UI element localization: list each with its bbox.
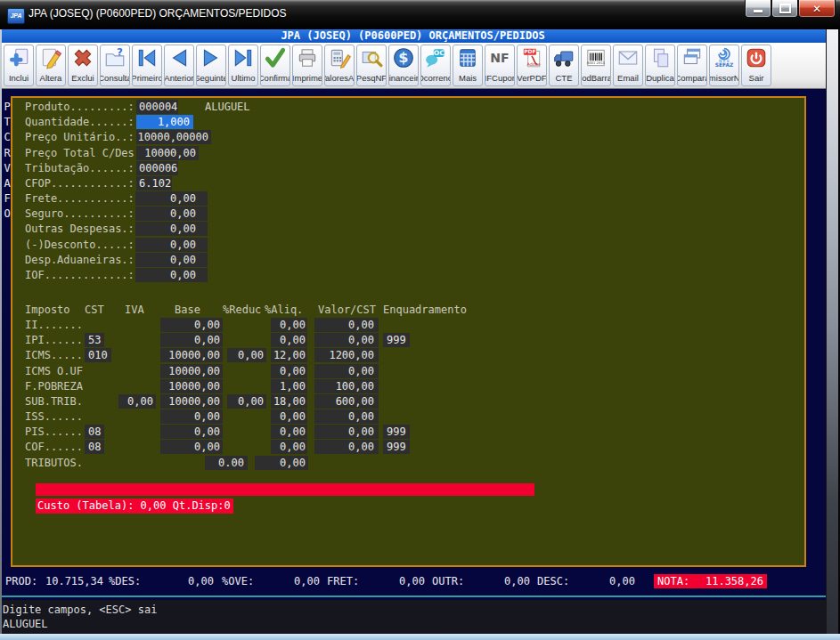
ipi-aliq-field[interactable]: 0,00: [271, 333, 307, 347]
sub-trib-valor-field[interactable]: 600,00: [314, 394, 379, 409]
icms-aliq-field[interactable]: 12,00: [271, 348, 307, 362]
ii-aliq-field[interactable]: 0,00: [271, 318, 307, 332]
pis-base-field[interactable]: 0,00: [160, 425, 223, 439]
svg-text:8001 2811: 8001 2811: [587, 61, 606, 65]
f-pobreza-row-label: F.POBREZA: [25, 379, 83, 393]
toolbar-button-label: Altera: [40, 73, 62, 85]
toolbar-button-compara[interactable]: Compara: [677, 45, 707, 86]
alert-bar: [36, 483, 534, 496]
side-letter-a: A: [3, 176, 12, 190]
tributos-row-label: TRIBUTOS.: [25, 456, 83, 470]
iss-aliq-field[interactable]: 0,00: [271, 409, 307, 424]
ipi-valor-field[interactable]: 0,00: [314, 333, 379, 347]
toolbar-button-consulta[interactable]: ?Consulta: [100, 45, 130, 86]
cof-valor-field[interactable]: 0,00: [314, 440, 379, 454]
pis-enq-field[interactable]: 999: [383, 425, 410, 439]
status-outr--value: 0,00: [504, 574, 530, 588]
toolbar-button-label: Sair: [749, 73, 764, 85]
desp-aduaneiras-field[interactable]: 0,00: [135, 253, 208, 267]
ipi-base-field[interactable]: 0,00: [160, 333, 223, 347]
toolbar-button-mais[interactable]: Mais: [453, 45, 483, 86]
sub-trib-reduc-field[interactable]: 0,00: [227, 394, 266, 409]
toolbar-button-valoresad[interactable]: ValoresAd: [324, 45, 355, 86]
icms-reduc-field[interactable]: 0,00: [227, 348, 266, 362]
quantidade-field[interactable]: 1,000: [136, 115, 193, 129]
f-pobreza-aliq-field[interactable]: 1,00: [271, 379, 307, 393]
seguro-field[interactable]: 0,00: [135, 207, 208, 221]
status--ove--label: %OVE:: [222, 574, 254, 588]
icms-base-field[interactable]: 10000,00: [160, 348, 223, 362]
toolbar-button-pesqnf[interactable]: PesqNF: [356, 45, 387, 86]
toolbar-button-nfcupom[interactable]: NFNFCupom: [485, 45, 515, 86]
pis-aliq-field[interactable]: 0,00: [271, 425, 307, 439]
pis-row-label: PIS......: [25, 425, 83, 439]
sub-trib-iva-field[interactable]: 0,00: [118, 394, 156, 409]
pis-valor-field[interactable]: 0,00: [314, 425, 379, 439]
tributacao-field[interactable]: 000006: [136, 161, 178, 175]
preco-unitario-field[interactable]: 10000,00000: [136, 130, 211, 144]
ii-row-label: II.......: [25, 318, 83, 332]
icms-ouf-base-field[interactable]: 10000,00: [160, 364, 223, 378]
toolbar-button-confirma[interactable]: Confirma: [260, 45, 290, 86]
toolbar-button-altera[interactable]: Altera: [36, 45, 66, 86]
toolbar-button-verpdf[interactable]: PDFAdobeVerPDF: [517, 45, 547, 86]
cfop-field[interactable]: 6.102: [136, 176, 172, 190]
toolbar-button-ocorrenci[interactable]: OCOcorrenci: [420, 45, 451, 86]
ipi-enq-field[interactable]: 999: [383, 333, 410, 347]
toolbar-button-sair[interactable]: Sair: [741, 45, 771, 86]
maximize-button[interactable]: [771, 0, 798, 18]
icms-valor-field[interactable]: 1200,00: [314, 348, 379, 362]
ii-base-field[interactable]: 0,00: [160, 318, 223, 332]
toolbar-button-codbarras[interactable]: 8001 2811CodBarras: [581, 45, 611, 86]
toolbar-button-financeiro[interactable]: $Financeiro: [388, 45, 419, 86]
icms-ouf-aliq-field[interactable]: 0,00: [271, 364, 307, 378]
produto-field[interactable]: 000004: [136, 100, 178, 114]
toolbar-button-primeiro[interactable]: Primeiro: [132, 45, 162, 86]
tributos-value-0-field[interactable]: 0.00: [205, 456, 248, 470]
iss-base-field[interactable]: 0,00: [160, 409, 223, 424]
tributos-value-1-field[interactable]: 0,00: [255, 456, 308, 470]
toolbar-button-imprime[interactable]: Imprime: [292, 45, 322, 86]
preco-total-field[interactable]: 10000,00: [136, 146, 199, 160]
desconto-field[interactable]: 0,00: [135, 238, 208, 252]
toolbar-button-duplica[interactable]: Duplica: [645, 45, 675, 86]
icms-cst-field[interactable]: 010: [85, 348, 111, 362]
ii-valor-field[interactable]: 0,00: [314, 318, 379, 332]
toolbar-button-label: ValoresAd: [324, 73, 355, 85]
iss-valor-field[interactable]: 0,00: [314, 409, 379, 424]
f-pobreza-base-field[interactable]: 10000,00: [160, 379, 223, 393]
toolbar-button-anterior[interactable]: Anterior: [164, 45, 194, 86]
close-button[interactable]: ✕: [798, 0, 836, 18]
svg-text:PDF: PDF: [524, 48, 535, 54]
toolbar-button-emissornf[interactable]: N F ESEFAZEmissorNF: [709, 45, 739, 86]
outras-despesas-field[interactable]: 0,00: [135, 222, 208, 236]
svg-text:OC: OC: [434, 49, 444, 57]
toolbar-button-label: Primeiro: [132, 73, 162, 85]
cof-enq-field[interactable]: 999: [383, 440, 410, 454]
status-outr--label: OUTR:: [432, 574, 464, 588]
message-bar: Digite campos, <ESC> sai ALUGUEL: [0, 600, 826, 634]
icms-ouf-valor-field[interactable]: 0,00: [314, 364, 379, 378]
toolbar-button-email[interactable]: Email: [613, 45, 643, 86]
toolbar-button-ultimo[interactable]: Ultimo: [228, 45, 258, 86]
toolbar-button-inclui[interactable]: Inclui: [4, 45, 34, 86]
cof-cst-field[interactable]: 08: [85, 440, 104, 454]
f-pobreza-valor-field[interactable]: 100,00: [314, 379, 379, 393]
sub-trib-aliq-field[interactable]: 18,00: [271, 394, 307, 409]
frete-field[interactable]: 0,00: [135, 191, 208, 206]
side-letter-p: P: [3, 100, 12, 114]
window-right-border[interactable]: [826, 29, 838, 634]
toolbar-button-exclui[interactable]: Exclui: [68, 45, 98, 86]
quantidade-label: Quantidade......:: [25, 115, 135, 129]
tax-table-header-imposto: Imposto: [25, 303, 70, 317]
cof-aliq-field[interactable]: 0,00: [271, 440, 307, 454]
toolbar-button-seguinte[interactable]: Seguinte: [196, 45, 226, 86]
pis-cst-field[interactable]: 08: [85, 425, 104, 439]
toolbar-button-cte[interactable]: CTE: [549, 45, 579, 86]
minimize-button[interactable]: [745, 0, 771, 18]
iof-field[interactable]: 0,00: [135, 268, 208, 282]
ipi-cst-field[interactable]: 53: [85, 333, 104, 347]
sub-trib-base-field[interactable]: 10000,00: [160, 394, 223, 409]
custo-tabela-label: Custo (Tabela): 0,00 Qt.Disp:: [37, 498, 224, 514]
cof-base-field[interactable]: 0,00: [160, 440, 223, 454]
